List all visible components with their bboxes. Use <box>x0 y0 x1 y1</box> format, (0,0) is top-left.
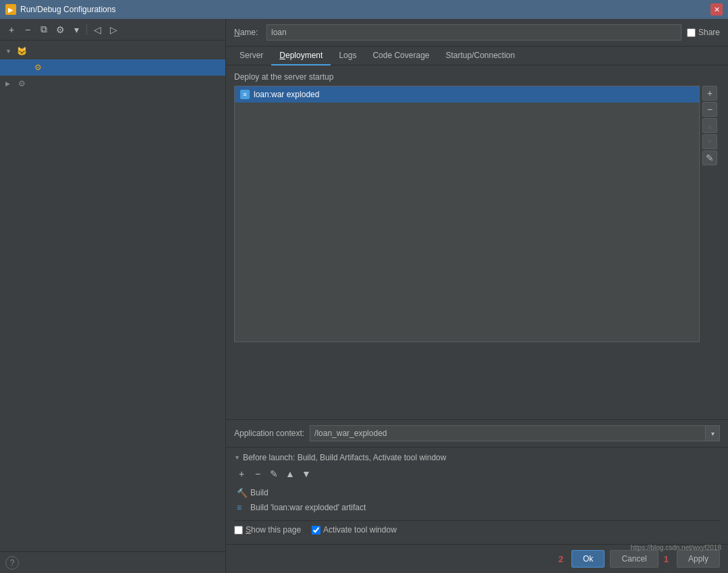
share-checkbox[interactable] <box>687 28 696 37</box>
activate-tool-checkbox-item: Activate tool window <box>312 525 397 535</box>
sidebar: + − ⧉ ⚙ ▾ ◁ ▷ ▼ 🐱 ⚙ ▶ <box>0 19 226 573</box>
main-container: + − ⧉ ⚙ ▾ ◁ ▷ ▼ 🐱 ⚙ ▶ <box>0 19 728 573</box>
context-label: Application context: <box>234 429 304 438</box>
tree-container: ▼ 🐱 ⚙ ▶ ⚙ <box>0 40 225 551</box>
before-launch-artifact-item: ≡ Build 'loan:war exploded' artifact <box>234 500 720 515</box>
before-launch-build-label: Build <box>250 488 269 497</box>
name-row: Name: Share <box>226 19 728 47</box>
tree-tomcat-server[interactable]: ▼ 🐱 <box>0 43 225 59</box>
settings-button[interactable]: ⚙ <box>53 22 67 37</box>
artifact-build-icon: ≡ <box>237 503 246 512</box>
tabs-bar: Server Deployment Logs Code Coverage Sta… <box>226 47 728 65</box>
tab-server[interactable]: Server <box>231 47 271 65</box>
context-input[interactable] <box>310 425 705 441</box>
num2-badge: 2 <box>559 554 563 564</box>
templates-expand-arrow: ▶ <box>5 80 13 87</box>
before-launch-movedown-btn[interactable]: ▼ <box>299 466 314 481</box>
dialog-title: Run/Debug Configurations <box>20 5 115 14</box>
add-config-button[interactable]: + <box>4 22 19 37</box>
main-content-area: Deploy at the server startup ≡ loan:war … <box>226 65 728 544</box>
tab-logs[interactable]: Logs <box>331 47 364 65</box>
artifact-icon: ≡ <box>240 90 250 99</box>
name-input[interactable] <box>267 24 681 40</box>
activate-tool-label: Activate tool window <box>323 525 397 535</box>
content-panel: Name: Share Server Deployment Logs Code … <box>226 19 728 573</box>
ok-button[interactable]: Ok <box>571 550 605 568</box>
deploy-add-button[interactable]: + <box>702 86 717 101</box>
share-label: Share <box>698 28 720 37</box>
before-launch-edit-btn[interactable]: ✎ <box>267 466 281 481</box>
before-launch-toolbar: + − ✎ ▲ ▼ <box>234 466 720 481</box>
deploy-section-label: Deploy at the server startup <box>234 72 720 82</box>
before-launch-remove-btn[interactable]: − <box>250 466 265 481</box>
deploy-edit-button[interactable]: ✎ <box>702 151 717 165</box>
sidebar-bottom: ? <box>0 551 225 573</box>
context-row: Application context: ▾ <box>226 419 728 447</box>
deploy-section: Deploy at the server startup ≡ loan:war … <box>226 65 728 419</box>
tree-templates-item[interactable]: ▶ ⚙ <box>0 76 225 92</box>
before-launch-add-btn[interactable]: + <box>234 466 249 481</box>
app-icon: ▶ <box>5 4 16 15</box>
collapse-arrow[interactable]: ▼ <box>234 454 240 461</box>
deploy-list-container: ≡ loan:war exploded + − ▲ ▼ ✎ <box>234 86 720 342</box>
activate-tool-checkbox[interactable] <box>312 526 320 535</box>
move-left-button[interactable]: ◁ <box>90 22 105 37</box>
name-label: Name: <box>234 28 261 37</box>
deploy-remove-button[interactable]: − <box>702 102 717 117</box>
deploy-item-label-0: loan:war exploded <box>254 90 319 99</box>
tab-code-coverage[interactable]: Code Coverage <box>364 47 437 65</box>
before-launch-list: 🔨 Build ≡ Build 'loan:war exploded' arti… <box>234 485 720 515</box>
loan-config-icon: ⚙ <box>32 62 43 73</box>
before-launch-moveup-btn[interactable]: ▲ <box>283 466 298 481</box>
help-button[interactable]: ? <box>5 556 19 570</box>
context-dropdown-button[interactable]: ▾ <box>705 425 720 441</box>
tree-loan-item[interactable]: ⚙ <box>0 59 225 76</box>
list-actions: + − ▲ ▼ ✎ <box>700 86 720 342</box>
show-page-checkbox-item: Show this page <box>234 525 301 535</box>
before-launch-build-item: 🔨 Build <box>234 485 720 500</box>
remove-config-button[interactable]: − <box>20 22 35 37</box>
tomcat-icon: 🐱 <box>16 46 27 57</box>
dialog-buttons: 2 Ok Cancel 1 Apply <box>226 544 728 573</box>
tab-deployment[interactable]: Deployment <box>271 47 331 65</box>
sidebar-toolbar: + − ⧉ ⚙ ▾ ◁ ▷ <box>0 19 225 40</box>
title-bar-left: ▶ Run/Debug Configurations <box>5 4 115 15</box>
before-launch-title: Before launch: Build, Build Artifacts, A… <box>243 453 447 462</box>
cancel-button[interactable]: Cancel <box>610 550 658 568</box>
toolbar-dropdown1-button[interactable]: ▾ <box>69 22 84 37</box>
context-input-container: ▾ <box>310 425 720 441</box>
deploy-moveup-button[interactable]: ▲ <box>702 118 717 133</box>
before-launch-header: ▼ Before launch: Build, Build Artifacts,… <box>234 453 720 462</box>
deploy-list-item-0[interactable]: ≡ loan:war exploded <box>235 86 699 103</box>
share-area: Share <box>687 28 720 37</box>
num1-badge: 1 <box>664 554 669 564</box>
title-bar: ▶ Run/Debug Configurations ✕ <box>0 0 728 19</box>
tomcat-expand-arrow: ▼ <box>5 48 13 55</box>
deploy-movedown-button[interactable]: ▼ <box>702 134 717 149</box>
show-page-label: Show this page <box>246 525 301 535</box>
copy-config-button[interactable]: ⧉ <box>36 22 51 37</box>
apply-button[interactable]: Apply <box>677 550 720 568</box>
deploy-list: ≡ loan:war exploded <box>234 86 700 342</box>
before-launch-section: ▼ Before launch: Build, Build Artifacts,… <box>226 447 728 544</box>
templates-icon: ⚙ <box>16 78 27 89</box>
before-launch-artifact-label: Build 'loan:war exploded' artifact <box>250 503 366 512</box>
tab-startup-connection[interactable]: Startup/Connection <box>437 47 523 65</box>
toolbar-separator <box>86 24 87 35</box>
show-page-checkbox[interactable] <box>234 526 243 535</box>
close-button[interactable]: ✕ <box>710 3 723 16</box>
build-icon: 🔨 <box>237 488 246 497</box>
move-right-button[interactable]: ▷ <box>106 22 121 37</box>
bottom-checkboxes: Show this page Activate tool window <box>234 520 720 539</box>
